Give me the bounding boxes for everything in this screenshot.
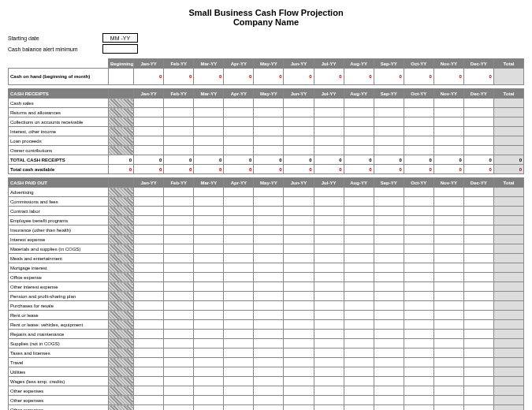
data-cell[interactable] xyxy=(194,348,224,358)
data-cell[interactable] xyxy=(404,254,433,263)
data-cell[interactable] xyxy=(314,301,344,311)
data-cell[interactable] xyxy=(194,235,224,244)
data-cell[interactable] xyxy=(433,117,463,127)
data-cell[interactable] xyxy=(224,99,254,108)
data-cell[interactable] xyxy=(374,263,404,273)
data-cell[interactable] xyxy=(463,282,493,292)
data-cell[interactable] xyxy=(164,320,194,330)
data-cell[interactable] xyxy=(374,273,404,282)
data-cell[interactable] xyxy=(314,127,344,136)
data-cell[interactable] xyxy=(463,330,493,339)
data-cell[interactable] xyxy=(134,108,164,117)
data-cell[interactable] xyxy=(433,197,463,207)
data-cell[interactable] xyxy=(164,386,194,396)
data-cell[interactable] xyxy=(164,244,194,254)
data-cell[interactable] xyxy=(463,216,493,226)
data-cell[interactable] xyxy=(224,117,254,127)
data-cell[interactable] xyxy=(463,197,493,207)
data-cell[interactable] xyxy=(284,263,314,273)
data-cell[interactable] xyxy=(164,348,194,358)
data-cell[interactable] xyxy=(134,377,164,386)
data-cell[interactable] xyxy=(164,339,194,348)
data-cell[interactable] xyxy=(463,263,493,273)
data-cell[interactable] xyxy=(194,188,224,197)
data-cell[interactable] xyxy=(284,311,314,320)
data-cell[interactable] xyxy=(344,244,374,254)
data-cell[interactable] xyxy=(374,377,404,386)
data-cell[interactable] xyxy=(463,226,493,235)
data-cell[interactable] xyxy=(463,348,493,358)
data-cell[interactable] xyxy=(344,377,374,386)
data-cell[interactable] xyxy=(314,311,344,320)
data-cell[interactable] xyxy=(284,207,314,216)
data-cell[interactable] xyxy=(194,216,224,226)
data-cell[interactable] xyxy=(134,301,164,311)
data-cell[interactable] xyxy=(164,117,194,127)
data-cell[interactable] xyxy=(284,301,314,311)
data-cell[interactable] xyxy=(284,396,314,405)
data-cell[interactable] xyxy=(314,292,344,301)
data-cell[interactable] xyxy=(404,292,433,301)
data-cell[interactable] xyxy=(134,367,164,377)
data-cell[interactable] xyxy=(374,301,404,311)
data-cell[interactable] xyxy=(254,367,284,377)
data-cell[interactable] xyxy=(224,108,254,117)
data-cell[interactable] xyxy=(254,330,284,339)
data-cell[interactable] xyxy=(344,273,374,282)
data-cell[interactable] xyxy=(254,254,284,263)
data-cell[interactable] xyxy=(134,282,164,292)
data-cell[interactable] xyxy=(374,146,404,155)
data-cell[interactable] xyxy=(254,244,284,254)
data-cell[interactable] xyxy=(404,197,433,207)
data-cell[interactable] xyxy=(374,311,404,320)
data-cell[interactable] xyxy=(164,146,194,155)
data-cell[interactable] xyxy=(433,263,463,273)
data-cell[interactable] xyxy=(194,254,224,263)
data-cell[interactable] xyxy=(463,339,493,348)
data-cell[interactable] xyxy=(344,396,374,405)
data-cell[interactable] xyxy=(134,330,164,339)
data-cell[interactable] xyxy=(134,263,164,273)
data-cell[interactable] xyxy=(254,282,284,292)
data-cell[interactable] xyxy=(344,263,374,273)
data-cell[interactable] xyxy=(194,339,224,348)
data-cell[interactable] xyxy=(254,197,284,207)
data-cell[interactable] xyxy=(224,339,254,348)
data-cell[interactable] xyxy=(374,127,404,136)
data-cell[interactable] xyxy=(433,358,463,367)
data-cell[interactable] xyxy=(344,358,374,367)
data-cell[interactable] xyxy=(134,254,164,263)
data-cell[interactable] xyxy=(314,188,344,197)
data-cell[interactable] xyxy=(254,136,284,146)
data-cell[interactable] xyxy=(463,127,493,136)
data-cell[interactable] xyxy=(224,405,254,411)
data-cell[interactable] xyxy=(254,108,284,117)
data-cell[interactable] xyxy=(194,226,224,235)
data-cell[interactable] xyxy=(284,127,314,136)
data-cell[interactable] xyxy=(314,348,344,358)
data-cell[interactable] xyxy=(194,146,224,155)
data-cell[interactable] xyxy=(314,207,344,216)
data-cell[interactable] xyxy=(374,197,404,207)
data-cell[interactable] xyxy=(433,127,463,136)
data-cell[interactable] xyxy=(284,377,314,386)
data-cell[interactable] xyxy=(134,273,164,282)
data-cell[interactable] xyxy=(194,358,224,367)
data-cell[interactable] xyxy=(284,117,314,127)
data-cell[interactable] xyxy=(463,311,493,320)
data-cell[interactable] xyxy=(284,292,314,301)
data-cell[interactable] xyxy=(463,273,493,282)
data-cell[interactable] xyxy=(374,292,404,301)
data-cell[interactable] xyxy=(374,117,404,127)
data-cell[interactable] xyxy=(344,254,374,263)
data-cell[interactable] xyxy=(224,207,254,216)
data-cell[interactable] xyxy=(284,216,314,226)
data-cell[interactable] xyxy=(194,377,224,386)
data-cell[interactable] xyxy=(254,226,284,235)
data-cell[interactable] xyxy=(404,188,433,197)
data-cell[interactable] xyxy=(344,301,374,311)
data-cell[interactable] xyxy=(194,117,224,127)
data-cell[interactable] xyxy=(284,197,314,207)
data-cell[interactable] xyxy=(463,405,493,411)
data-cell[interactable] xyxy=(314,235,344,244)
